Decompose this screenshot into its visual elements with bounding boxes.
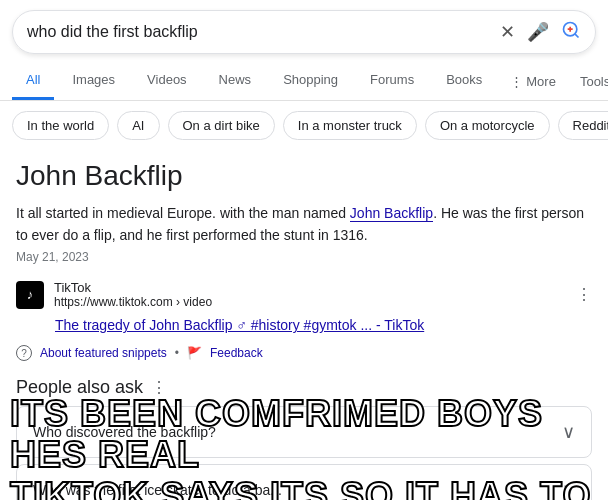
search-query: who did the first backflip <box>27 23 500 41</box>
paa-item-label-0: Who discovered the backflip? <box>33 424 216 440</box>
feedback-link[interactable]: Feedback <box>210 346 263 360</box>
snippet-title: John Backflip <box>16 160 592 192</box>
source-link[interactable]: The tragedy of John Backflip ♂ #history … <box>0 313 608 337</box>
filter-ai[interactable]: AI <box>117 111 159 140</box>
source-name: TikTok <box>54 280 566 295</box>
chevron-down-icon-1: ∨ <box>562 479 575 500</box>
paa-item-0[interactable]: Who discovered the backflip? ∨ <box>16 406 592 458</box>
voice-search-icon[interactable]: 🎤 <box>527 21 549 43</box>
snippet-text-before: It all started in medieval Europe. with … <box>16 205 350 221</box>
about-snippets-link[interactable]: About featured snippets <box>40 346 167 360</box>
chevron-down-icon-0: ∨ <box>562 421 575 443</box>
tab-books[interactable]: Books <box>432 62 496 100</box>
tab-all[interactable]: All <box>12 62 54 100</box>
filter-pills: In the world AI On a dirt bike In a mons… <box>0 101 608 150</box>
filter-reddit[interactable]: Reddit <box>558 111 608 140</box>
source-menu-icon[interactable]: ⋮ <box>576 285 592 304</box>
tab-shopping[interactable]: Shopping <box>269 62 352 100</box>
filter-dirt-bike[interactable]: On a dirt bike <box>168 111 275 140</box>
snippet-text: It all started in medieval Europe. with … <box>16 202 592 246</box>
filter-monster-truck[interactable]: In a monster truck <box>283 111 417 140</box>
featured-snippet: John Backflip It all started in medieval… <box>0 150 608 270</box>
more-label: More <box>526 74 556 89</box>
paa-header: People also ask ⋮ <box>16 377 592 398</box>
source-info: TikTok https://www.tiktok.com › video <box>54 280 566 309</box>
image-search-icon[interactable] <box>561 20 581 45</box>
feedback-icon: 🚩 <box>187 346 202 360</box>
paa-item-label-1: Who was the first ice skater to do a ba.… <box>33 482 282 498</box>
tab-forums[interactable]: Forums <box>356 62 428 100</box>
paa-menu-icon[interactable]: ⋮ <box>151 378 167 397</box>
about-row: ? About featured snippets • 🚩 Feedback <box>0 337 608 369</box>
tab-news[interactable]: News <box>205 62 266 100</box>
snippet-date: May 21, 2023 <box>16 250 592 264</box>
source-row: ♪ TikTok https://www.tiktok.com › video … <box>0 270 608 313</box>
more-dots-icon: ⋮ <box>510 74 523 89</box>
paa-title: People also ask <box>16 377 143 398</box>
tiktok-logo: ♪ <box>16 281 44 309</box>
paa-item-1[interactable]: Who was the first ice skater to do a ba.… <box>16 464 592 500</box>
filter-in-the-world[interactable]: In the world <box>12 111 109 140</box>
tab-more[interactable]: ⋮ More <box>500 64 566 99</box>
clear-icon[interactable]: ✕ <box>500 21 515 43</box>
tab-tools[interactable]: Tools <box>570 64 608 99</box>
search-bar[interactable]: who did the first backflip ✕ 🎤 <box>12 10 596 54</box>
paa-section: People also ask ⋮ Who discovered the bac… <box>0 369 608 500</box>
about-dot: • <box>175 346 179 360</box>
tab-images[interactable]: Images <box>58 62 129 100</box>
filter-motorcycle[interactable]: On a motorcycle <box>425 111 550 140</box>
snippet-highlight[interactable]: John Backflip <box>350 205 433 222</box>
source-url: https://www.tiktok.com › video <box>54 295 566 309</box>
about-icon: ? <box>16 345 32 361</box>
nav-tabs: All Images Videos News Shopping Forums B… <box>0 62 608 101</box>
tab-videos[interactable]: Videos <box>133 62 201 100</box>
